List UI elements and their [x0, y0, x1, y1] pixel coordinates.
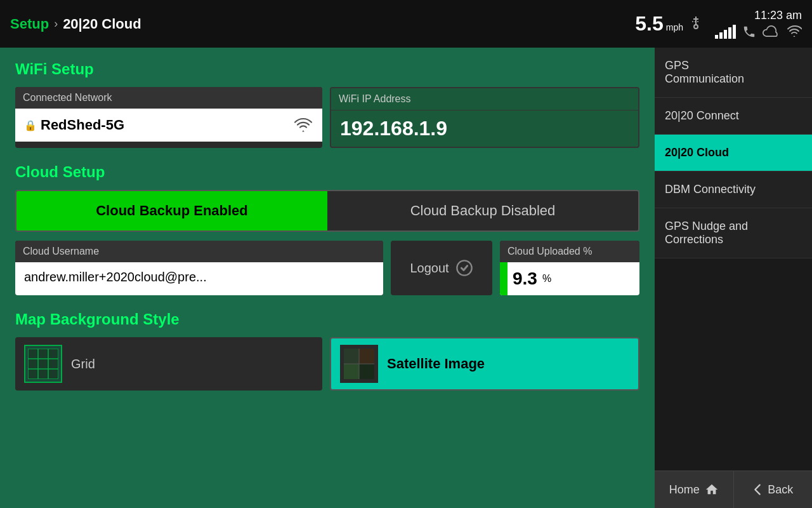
cloud-backup-disabled-button[interactable]: Cloud Backup Disabled — [327, 191, 638, 231]
grid-pattern-icon — [28, 349, 58, 379]
cloud-upload-bar — [500, 262, 508, 295]
status-icons: 11:23 am — [715, 9, 802, 39]
signal-bars-icon — [715, 25, 736, 39]
cloud-username-label: Cloud Username — [15, 241, 383, 262]
gps-antenna-icon — [688, 15, 704, 30]
lock-icon: 🔒 — [24, 119, 37, 131]
network-name-row: 🔒 RedShed-5G — [24, 117, 124, 133]
status-right: 5.5 mph 11:23 am — [635, 9, 802, 39]
connected-network-box: Connected Network 🔒 RedShed-5G — [15, 87, 322, 148]
cloud-upload-value-container: 9.3 % — [500, 262, 639, 295]
back-label: Back — [768, 483, 793, 497]
svg-rect-14 — [344, 364, 359, 379]
satellite-pattern-icon — [344, 349, 374, 379]
wifi-connected-icon — [293, 117, 313, 133]
sidebar-footer: Home Back — [655, 471, 812, 508]
satellite-label: Satellite Image — [387, 356, 485, 372]
sidebar-item-dbm-connectivity[interactable]: DBM Connectivity — [655, 171, 812, 208]
ip-address-value: 192.168.1.9 — [331, 110, 638, 147]
grid-thumbnail — [24, 345, 62, 383]
satellite-thumbnail — [340, 345, 378, 383]
phone-icon — [742, 25, 756, 39]
satellite-option-button[interactable]: Satellite Image — [330, 337, 639, 391]
ip-address-box: WiFi IP Address 192.168.1.9 — [330, 87, 639, 148]
sidebar: GPS Communication 20|20 Connect 20|20 Cl… — [655, 48, 812, 508]
back-button[interactable]: Back — [734, 471, 813, 508]
sidebar-item-2020-connect[interactable]: 20|20 Connect — [655, 98, 812, 135]
cloud-upload-label: Cloud Uploaded % — [500, 241, 639, 262]
cloud-upload-percent: % — [542, 273, 551, 284]
wifi-row: Connected Network 🔒 RedShed-5G — [15, 87, 639, 148]
svg-rect-5 — [28, 349, 58, 379]
back-chevron-icon — [752, 483, 763, 497]
cloud-toggle-row: Cloud Backup Enabled Cloud Backup Disabl… — [15, 190, 639, 232]
svg-rect-12 — [344, 349, 359, 364]
breadcrumb: Setup › 20|20 Cloud — [10, 16, 141, 32]
ip-address-label: WiFi IP Address — [331, 88, 638, 110]
logout-check-icon — [455, 259, 473, 277]
cloud-backup-enabled-button[interactable]: Cloud Backup Enabled — [16, 191, 327, 231]
cloud-details-row: Cloud Username andrew.miller+2020cloud@p… — [15, 241, 639, 295]
connected-network-value: 🔒 RedShed-5G — [15, 109, 322, 142]
sidebar-item-2020-cloud[interactable]: 20|20 Cloud — [655, 135, 812, 171]
bottom-status-row — [715, 25, 802, 39]
breadcrumb-current: 20|20 Cloud — [63, 16, 141, 32]
content-area: WiFi Setup Connected Network 🔒 RedShed-5… — [0, 48, 655, 508]
cloud-status-icon — [763, 25, 780, 39]
svg-point-2 — [694, 25, 698, 29]
wifi-setup-title: WiFi Setup — [15, 60, 639, 78]
wifi-status-icon — [787, 25, 802, 38]
connected-network-label: Connected Network — [15, 87, 322, 109]
top-status-row: 11:23 am — [754, 9, 802, 22]
cloud-username-box: Cloud Username andrew.miller+2020cloud@p… — [15, 241, 383, 295]
status-bar: Setup › 20|20 Cloud 5.5 mph 11:23 am — [0, 0, 812, 48]
home-label: Home — [669, 483, 700, 497]
breadcrumb-parent[interactable]: Setup — [10, 16, 49, 32]
main-layout: WiFi Setup Connected Network 🔒 RedShed-5… — [0, 48, 812, 508]
sidebar-items: GPS Communication 20|20 Connect 20|20 Cl… — [655, 48, 812, 471]
breadcrumb-separator: › — [54, 17, 58, 30]
grid-label: Grid — [71, 357, 95, 371]
cloud-upload-box: Cloud Uploaded % 9.3 % — [500, 241, 639, 295]
svg-rect-13 — [359, 349, 374, 364]
speed-value: 5.5 — [635, 12, 663, 36]
network-name: RedShed-5G — [41, 117, 124, 133]
speed-unit: mph — [666, 22, 683, 32]
sidebar-item-gps-nudge[interactable]: GPS Nudge and Corrections — [655, 208, 812, 258]
map-style-row: Grid Satellite Image — [15, 337, 639, 391]
logout-box[interactable]: Logout — [391, 241, 492, 295]
sidebar-item-gps-communication[interactable]: GPS Communication — [655, 48, 812, 98]
svg-rect-15 — [359, 364, 374, 379]
map-background-title: Map Background Style — [15, 311, 639, 328]
home-button[interactable]: Home — [655, 471, 734, 508]
home-icon — [705, 483, 719, 497]
logout-label[interactable]: Logout — [410, 261, 449, 276]
cloud-setup-title: Cloud Setup — [15, 163, 639, 181]
speed-display: 5.5 mph — [635, 12, 704, 36]
cloud-username-value: andrew.miller+2020cloud@pre... — [15, 262, 383, 295]
time-display: 11:23 am — [754, 9, 802, 22]
grid-option-button[interactable]: Grid — [15, 337, 322, 391]
cloud-upload-number: 9.3 — [508, 264, 542, 294]
